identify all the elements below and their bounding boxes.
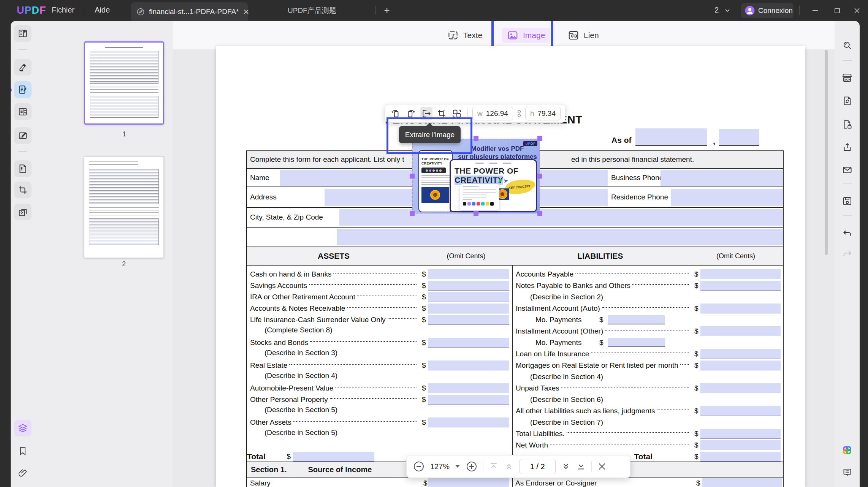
- amount-field[interactable]: [700, 406, 781, 416]
- menu-aide[interactable]: Aide: [95, 6, 110, 14]
- subnote-row: (Describe in Section 4): [513, 371, 783, 383]
- blank-field[interactable]: [337, 229, 783, 245]
- amount-field[interactable]: [428, 383, 509, 393]
- as-of-date-field[interactable]: [635, 128, 707, 146]
- amount-field[interactable]: [428, 338, 509, 348]
- tab-updf-product-test[interactable]: UPDF产品测题: [288, 6, 336, 16]
- minimize-button[interactable]: [809, 5, 821, 16]
- previous-page-button[interactable]: [504, 462, 514, 471]
- save-button[interactable]: [838, 193, 856, 209]
- maximize-button[interactable]: [832, 5, 843, 16]
- go-last-page-button[interactable]: [576, 462, 586, 471]
- feedback-button[interactable]: [838, 464, 856, 481]
- aspect-lock-icon[interactable]: [516, 109, 522, 118]
- tool-lien-button[interactable]: Lien: [562, 28, 604, 43]
- ai-assistant-button[interactable]: [838, 442, 856, 459]
- resize-handle-sw[interactable]: [410, 211, 415, 216]
- residence-phone-field[interactable]: [671, 189, 783, 206]
- amount-field[interactable]: [428, 395, 509, 405]
- close-toolbar-button[interactable]: [597, 462, 607, 471]
- amount-field[interactable]: [428, 315, 509, 325]
- endorser-field[interactable]: [702, 478, 782, 487]
- as-of-year-field[interactable]: [719, 129, 759, 146]
- sidebar-tool-crop[interactable]: [14, 182, 32, 198]
- close-window-button[interactable]: [851, 5, 863, 16]
- height-input[interactable]: h 79.34: [525, 107, 561, 120]
- page-thumbnail-1[interactable]: [84, 41, 164, 125]
- mo-payments-field[interactable]: [608, 338, 665, 347]
- login-button[interactable]: Connexion: [741, 3, 794, 18]
- sidebar-tool-bookmark[interactable]: [14, 443, 32, 459]
- sidebar-tool-attachment[interactable]: [14, 465, 32, 481]
- new-tab-button[interactable]: +: [381, 5, 393, 16]
- width-input[interactable]: w 126.94: [472, 107, 513, 120]
- chevron-down-icon[interactable]: [724, 8, 731, 14]
- page-thumbnail-2[interactable]: [84, 157, 164, 258]
- window-count[interactable]: 2: [714, 6, 719, 14]
- mo-payments-field[interactable]: [608, 315, 665, 324]
- amount-field[interactable]: [428, 292, 509, 302]
- zoom-in-button[interactable]: [466, 460, 478, 473]
- convert-button[interactable]: [838, 92, 856, 109]
- amount-field[interactable]: [700, 269, 781, 279]
- business-phone-field[interactable]: [661, 170, 783, 186]
- assets-total-field[interactable]: [293, 452, 374, 462]
- city-field[interactable]: [339, 209, 783, 226]
- tool-texte-button[interactable]: T Texte: [442, 28, 488, 43]
- resize-handle-s[interactable]: [474, 211, 478, 216]
- resize-handle-e[interactable]: [537, 174, 542, 179]
- subnote-row: (Describe in Section 3): [247, 348, 512, 357]
- amount-field[interactable]: [700, 304, 781, 313]
- amount-field[interactable]: [700, 429, 781, 439]
- share-button[interactable]: [838, 139, 856, 155]
- zoom-level[interactable]: 127%: [430, 462, 450, 471]
- tab-financial-statement[interactable]: financial-st...1-PDFA-PDFA*: [131, 2, 248, 21]
- dollar-sign: $: [694, 384, 700, 392]
- menu-fichier[interactable]: Fichier: [52, 6, 74, 14]
- comment-icon: [842, 467, 852, 478]
- redo-button[interactable]: [838, 246, 856, 262]
- amount-field[interactable]: [428, 304, 509, 313]
- zoom-out-button[interactable]: [413, 460, 425, 473]
- amount-field[interactable]: [428, 361, 509, 370]
- go-first-page-button[interactable]: [489, 462, 499, 471]
- page-indicator[interactable]: 1 / 2: [519, 459, 556, 474]
- liabilities-total-field[interactable]: [700, 452, 781, 462]
- amount-field[interactable]: [428, 281, 509, 291]
- resize-handle-w[interactable]: [410, 174, 415, 179]
- resize-handle-se[interactable]: [537, 211, 542, 216]
- amount-field[interactable]: [428, 417, 509, 427]
- protect-button[interactable]: [838, 116, 856, 133]
- zoom-dropdown-caret[interactable]: [455, 465, 460, 468]
- mail-button[interactable]: [838, 161, 856, 178]
- slideshow-icon: [18, 207, 28, 217]
- reader-icon: [18, 28, 28, 38]
- amount-field[interactable]: [700, 440, 781, 450]
- amount-field[interactable]: [700, 383, 781, 393]
- search-button[interactable]: [838, 37, 856, 54]
- amount-field[interactable]: [700, 349, 781, 359]
- next-page-button[interactable]: [561, 462, 571, 471]
- dotted-leader: [605, 330, 689, 330]
- sidebar-tool-reader[interactable]: [14, 25, 32, 42]
- ocr-button[interactable]: OCR: [838, 70, 856, 86]
- amount-field[interactable]: [700, 361, 781, 370]
- undo-button[interactable]: [838, 225, 856, 242]
- resize-handle-n[interactable]: [474, 136, 478, 141]
- resize-handle-ne[interactable]: [537, 136, 542, 141]
- salary-field[interactable]: [428, 478, 509, 487]
- sidebar-tool-organize[interactable]: [14, 160, 32, 177]
- dollar-sign: $: [422, 361, 428, 370]
- sidebar-tool-forms[interactable]: [14, 103, 32, 120]
- vertical-scrollbar[interactable]: [825, 50, 828, 255]
- amount-field[interactable]: [428, 269, 509, 279]
- amount-field[interactable]: [700, 326, 781, 336]
- amount-field[interactable]: [700, 281, 781, 291]
- dotted-leader: [357, 296, 417, 296]
- sidebar-tool-annotate[interactable]: [14, 59, 32, 76]
- sidebar-tool-pages[interactable]: [14, 204, 32, 220]
- close-tab-icon[interactable]: [243, 8, 250, 15]
- sidebar-tool-sign[interactable]: [14, 127, 32, 144]
- sidebar-tool-layers[interactable]: [14, 420, 32, 436]
- sidebar-tool-edit[interactable]: [14, 81, 32, 98]
